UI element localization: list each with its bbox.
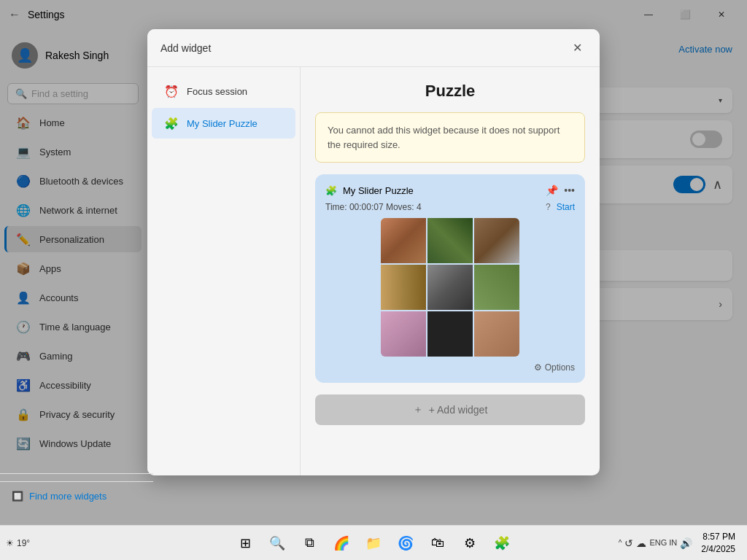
modal-nav-focus-label: Focus session — [187, 86, 247, 97]
widget-header: 🧩 My Slider Puzzle 📌 ••• — [325, 184, 575, 196]
warning-box: You cannot add this widget because it do… — [315, 112, 585, 163]
timer-label: Time: 00:00:07 Moves: 4 — [325, 202, 422, 212]
modal-title: Add widget — [160, 42, 211, 54]
weather-icon: ☀ — [6, 538, 14, 548]
clock[interactable]: 8:57 PM 2/4/2025 — [695, 531, 741, 556]
speaker-icon[interactable]: 🔊 — [680, 537, 692, 549]
puzzle-grid — [381, 218, 519, 357]
settings-taskbar-button[interactable]: ⚙ — [455, 529, 484, 558]
taskbar-right: ^ ↺ ☁ ENG IN 🔊 8:57 PM 2/4/2025 — [619, 531, 741, 556]
focus-icon: ⏰ — [163, 83, 179, 99]
puzzle-taskbar-button[interactable]: 🧩 — [487, 529, 516, 558]
modal-overlay: Add widget ✕ ⏰ Focus session 🧩 My Slider… — [0, 0, 747, 560]
help-icon[interactable]: ? — [546, 202, 551, 212]
puzzle-cell-8 — [427, 311, 473, 357]
puzzle-cell-9 — [474, 311, 519, 357]
modal-plus-icon: ＋ — [413, 403, 423, 416]
puzzle-nav-icon: 🧩 — [163, 115, 179, 131]
modal-nav-puzzle-label: My Slider Puzzle — [187, 118, 258, 129]
explorer-button[interactable]: 📁 — [359, 529, 388, 558]
modal-nav-focus[interactable]: ⏰ Focus session — [152, 76, 295, 106]
widget-icon: 🧩 — [325, 185, 337, 196]
warning-text: You cannot add this widget because it do… — [328, 125, 560, 150]
puzzle-cell-1 — [381, 218, 426, 263]
weather-temp: 19° — [17, 538, 30, 548]
search-button[interactable]: 🔍 — [263, 529, 292, 558]
widget-footer: ⚙ Options — [325, 362, 575, 373]
modal-add-label: + Add widget — [429, 404, 488, 416]
modal-heading: Puzzle — [315, 82, 585, 101]
puzzle-cell-3 — [474, 218, 519, 263]
system-tray: ^ ↺ ☁ — [619, 537, 647, 549]
options-icon: ⚙ — [534, 362, 542, 373]
tray-up-icon[interactable]: ^ — [619, 539, 622, 547]
puzzle-cell-2 — [427, 218, 473, 263]
widget-preview: 🧩 My Slider Puzzle 📌 ••• Time: 00:00:07 … — [315, 174, 585, 383]
widget-timer-row: Time: 00:00:07 Moves: 4 ? Start — [325, 202, 575, 212]
modal-nav-puzzle[interactable]: 🧩 My Slider Puzzle — [152, 108, 295, 139]
options-label: Options — [545, 362, 575, 373]
options-button[interactable]: ⚙ Options — [534, 362, 575, 373]
taskbar-center: ⊞ 🔍 ⧉ 🌈 📁 🌀 🛍 ⚙ 🧩 — [231, 529, 516, 558]
widget-controls: 📌 ••• — [546, 184, 575, 196]
store-button[interactable]: 🛍 — [423, 529, 452, 558]
modal-add-widget-button[interactable]: ＋ + Add widget — [315, 394, 585, 425]
weather-widget[interactable]: ☀ 19° — [6, 538, 30, 548]
language-label[interactable]: ENG IN — [649, 538, 677, 548]
add-widget-modal: Add widget ✕ ⏰ Focus session 🧩 My Slider… — [147, 29, 600, 475]
puzzle-cell-5 — [427, 265, 473, 310]
widgets-button[interactable]: 🌈 — [327, 529, 356, 558]
modal-body: ⏰ Focus session 🧩 My Slider Puzzle 🔲 Fin… — [147, 67, 600, 475]
task-view-button[interactable]: ⧉ — [295, 529, 324, 558]
widget-title: My Slider Puzzle — [343, 185, 414, 196]
taskbar: ☀ 19° ⊞ 🔍 ⧉ 🌈 📁 🌀 🛍 ⚙ 🧩 ^ ↺ ☁ ENG IN 🔊 8… — [0, 525, 747, 560]
more-icon[interactable]: ••• — [564, 184, 575, 196]
modal-sidebar: ⏰ Focus session 🧩 My Slider Puzzle 🔲 Fin… — [147, 67, 301, 475]
widget-title-row: 🧩 My Slider Puzzle — [325, 185, 414, 196]
puzzle-cell-6 — [474, 265, 519, 310]
modal-title-bar: Add widget ✕ — [147, 29, 600, 67]
puzzle-cell-7 — [381, 311, 426, 357]
clock-date: 2/4/2025 — [701, 543, 735, 556]
start-button[interactable]: ⊞ — [231, 529, 260, 558]
start-button[interactable]: Start — [557, 202, 575, 212]
puzzle-cell-4 — [381, 265, 426, 310]
edge-button[interactable]: 🌀 — [391, 529, 420, 558]
tray-refresh-icon[interactable]: ↺ — [624, 537, 633, 549]
tray-cloud-icon[interactable]: ☁ — [636, 537, 646, 549]
pin-icon[interactable]: 📌 — [546, 184, 558, 196]
clock-time: 8:57 PM — [701, 531, 735, 543]
modal-close-button[interactable]: ✕ — [568, 39, 587, 56]
modal-main-content: Puzzle You cannot add this widget becaus… — [301, 67, 600, 475]
